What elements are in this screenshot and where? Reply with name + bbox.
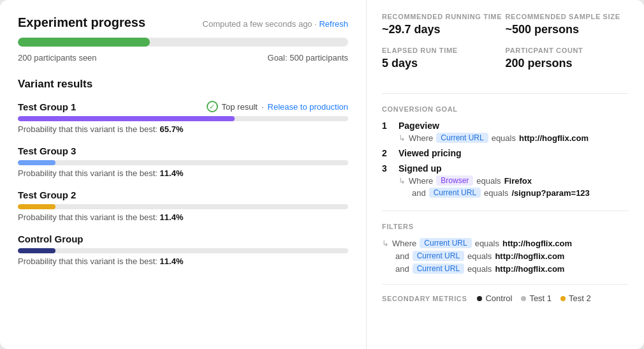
filter-value-2: http://hogflix.com [495, 251, 564, 261]
and-label-f3: and [395, 264, 409, 274]
browser-tag: Browser [436, 175, 473, 186]
variant-bar-bg-4 [18, 248, 348, 253]
goal-sub-3-line-2: and Current URL equals /signup?param=123 [399, 188, 629, 198]
legend-label-test1: Test 1 [529, 293, 552, 303]
arrow-icon-3-1: ↳ [399, 176, 406, 186]
variant-name-4: Control Group [18, 234, 83, 244]
goal-label: Goal: 500 participants [268, 53, 348, 63]
variant-header-2: Test Group 3 [18, 145, 348, 156]
refresh-button[interactable]: Refresh [319, 19, 348, 29]
goal-item-1: 1 Pageview ↳ Where Current URL equals ht… [382, 121, 629, 143]
probability-text-3: Probability that this variant is the bes… [18, 212, 348, 222]
equals-f3: equals [467, 264, 492, 274]
recommended-running-time-value: ~29.7 days [382, 23, 506, 36]
variant-item-4: Control Group Probability that this vari… [18, 234, 348, 266]
legend-dot-test2 [560, 296, 566, 301]
check-circle-icon: ✓ [207, 101, 218, 112]
progress-bar-container [18, 38, 348, 47]
goal-number-2: 2 [382, 148, 392, 158]
conversion-goal-section-label: CONVERSION GOAL [382, 105, 629, 113]
left-panel: Experiment progress Computed a few secon… [0, 0, 367, 349]
probability-value-4: 11.4% [160, 256, 184, 266]
where-label-1: Where [409, 133, 433, 143]
and-label-f2: and [395, 251, 409, 261]
top-result-label: Top result [222, 102, 258, 112]
legend-label-test2: Test 2 [569, 293, 591, 303]
variant-bar-fill-2 [18, 160, 55, 165]
variant-name-3: Test Group 2 [18, 189, 76, 200]
equals-f2: equals [467, 251, 492, 261]
variant-bar-bg-1 [18, 116, 348, 121]
participant-count-label: PARTICPANT COUNT [506, 47, 629, 54]
conversion-goal-list: 1 Pageview ↳ Where Current URL equals ht… [382, 121, 629, 198]
metrics-grid: RECOMMENDED RUNNING TIME ~29.7 days RECO… [382, 13, 629, 80]
elapsed-run-time-block: ELAPSED RUN TIME 5 days [382, 47, 506, 80]
goal-name-2: Viewed pricing [399, 148, 462, 158]
recommended-sample-size-value: ~500 persons [506, 23, 629, 36]
variant-name-2: Test Group 3 [18, 145, 76, 156]
url-value-1: http://hogflix.com [519, 133, 589, 143]
goal-number-3: 3 [382, 163, 392, 174]
where-label-f1: Where [392, 239, 416, 248]
recommended-running-time-label: RECOMMENDED RUNNING TIME [382, 13, 506, 20]
goal-name-3: Signed up [399, 163, 442, 174]
goal-item-2: 2 Viewed pricing [382, 148, 629, 158]
filters-section: ↳ Where Current URL equals http://hogfli… [382, 238, 629, 274]
goal-sub-1-line-1: ↳ Where Current URL equals http://hogfli… [399, 133, 629, 143]
metrics-divider [382, 93, 629, 94]
experiment-header: Experiment progress Computed a few secon… [18, 15, 348, 30]
main-container: Experiment progress Computed a few secon… [0, 0, 644, 349]
current-url-tag-3-2: Current URL [429, 188, 481, 198]
elapsed-run-time-value: 5 days [382, 57, 506, 70]
legend-label-control: Control [485, 293, 512, 303]
current-url-tag-1: Current URL [436, 133, 488, 143]
legend-items: Control Test 1 Test 2 [477, 293, 590, 303]
probability-value-1: 65.7% [160, 124, 184, 134]
variant-item-3: Test Group 2 Probability that this varia… [18, 189, 348, 222]
filter-row-1: ↳ Where Current URL equals http://hogfli… [382, 238, 629, 248]
and-label-3-2: and [412, 188, 426, 198]
participant-count-block: PARTICPANT COUNT 200 persons [506, 47, 629, 80]
legend-dot-test1 [521, 296, 526, 301]
filters-section-label: FILTERS [382, 223, 629, 230]
recommended-running-time-block: RECOMMENDED RUNNING TIME ~29.7 days [382, 13, 506, 47]
equals-text-3-1: equals [476, 176, 501, 186]
secondary-metrics-bar: SECONDARY METRICS Control Test 1 Test 2 [382, 284, 629, 303]
probability-text-4: Probability that this variant is the bes… [18, 256, 348, 266]
filter-row-3: and Current URL equals http://hogflix.co… [382, 264, 629, 274]
probability-value-2: 11.4% [160, 168, 184, 178]
release-to-production-link[interactable]: Release to production [268, 102, 348, 112]
top-result-badge: ✓ Top result · Release to production [207, 101, 348, 112]
variant-bar-bg-2 [18, 160, 348, 165]
goal-item-3: 3 Signed up ↳ Where Browser equals Firef… [382, 163, 629, 198]
legend-test2: Test 2 [560, 293, 591, 303]
computed-text: Computed a few seconds ago · Refresh [203, 19, 348, 29]
url-value-3-2: /signup?param=123 [511, 188, 589, 198]
goal-row-2: 2 Viewed pricing [382, 148, 629, 158]
goal-row-1: 1 Pageview [382, 121, 629, 131]
equals-f1: equals [475, 239, 499, 248]
filters-divider [382, 211, 629, 211]
recommended-sample-size-block: RECOMMENDED SAMPLE SIZE ~500 persons [506, 13, 629, 47]
participants-seen: 200 participants seen [18, 53, 97, 63]
legend-dot-control [477, 296, 482, 301]
variant-bar-bg-3 [18, 204, 348, 209]
goal-sub-3-line-1: ↳ Where Browser equals Firefox [399, 175, 629, 186]
goal-number-1: 1 [382, 121, 392, 131]
legend-control: Control [477, 293, 512, 303]
variant-bar-fill-4 [18, 248, 55, 253]
progress-labels: 200 participants seen Goal: 500 particip… [18, 53, 348, 63]
arrow-icon-1: ↳ [399, 133, 406, 143]
participant-count-value: 200 persons [506, 57, 629, 70]
variant-header-1: Test Group 1 ✓ Top result · Release to p… [18, 101, 348, 112]
browser-value: Firefox [504, 176, 532, 186]
goal-name-1: Pageview [399, 121, 439, 131]
filter-row-2: and Current URL equals http://hogflix.co… [382, 251, 629, 261]
variant-bar-fill-1 [18, 116, 235, 121]
variant-item-2: Test Group 3 Probability that this varia… [18, 145, 348, 178]
current-url-tag-f1: Current URL [420, 238, 471, 248]
variant-bar-fill-3 [18, 204, 55, 209]
where-label-3-1: Where [409, 176, 433, 186]
variant-header-4: Control Group [18, 234, 348, 244]
current-url-tag-f3: Current URL [413, 264, 464, 274]
